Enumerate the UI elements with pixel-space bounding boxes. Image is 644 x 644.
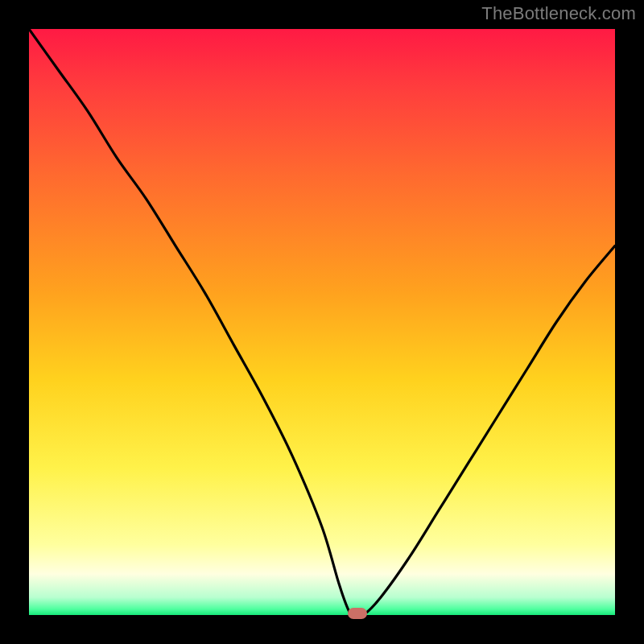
curve-svg xyxy=(29,29,615,615)
attribution-text: TheBottleneck.com xyxy=(481,3,636,24)
bottleneck-curve xyxy=(29,29,615,615)
optimum-marker xyxy=(348,608,367,619)
chart-frame: TheBottleneck.com xyxy=(0,0,644,644)
plot-area xyxy=(29,29,615,615)
